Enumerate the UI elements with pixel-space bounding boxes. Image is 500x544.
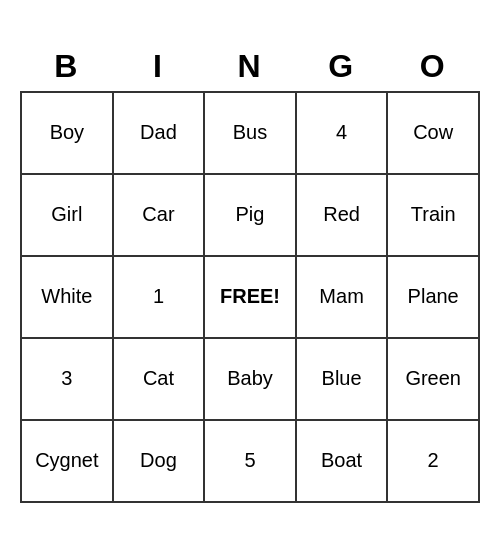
bingo-cell: Green xyxy=(387,338,479,420)
bingo-cell: Red xyxy=(296,174,388,256)
bingo-cell: 2 xyxy=(387,420,479,502)
table-row: BoyDadBus4Cow xyxy=(21,92,479,174)
bingo-body: BoyDadBus4CowGirlCarPigRedTrainWhite1FRE… xyxy=(21,92,479,502)
bingo-cell: Train xyxy=(387,174,479,256)
bingo-cell: Mam xyxy=(296,256,388,338)
bingo-cell: Boat xyxy=(296,420,388,502)
bingo-cell: 5 xyxy=(204,420,296,502)
bingo-cell: Cygnet xyxy=(21,420,113,502)
header-o: O xyxy=(387,42,479,92)
bingo-card: B I N G O BoyDadBus4CowGirlCarPigRedTrai… xyxy=(20,42,480,503)
bingo-cell: Pig xyxy=(204,174,296,256)
bingo-cell: Cat xyxy=(113,338,204,420)
bingo-cell: 3 xyxy=(21,338,113,420)
bingo-cell: Boy xyxy=(21,92,113,174)
bingo-cell: Bus xyxy=(204,92,296,174)
bingo-cell: 1 xyxy=(113,256,204,338)
table-row: GirlCarPigRedTrain xyxy=(21,174,479,256)
table-row: CygnetDog5Boat2 xyxy=(21,420,479,502)
bingo-cell: Plane xyxy=(387,256,479,338)
bingo-header-row: B I N G O xyxy=(21,42,479,92)
table-row: 3CatBabyBlueGreen xyxy=(21,338,479,420)
table-row: White1FREE!MamPlane xyxy=(21,256,479,338)
header-n: N xyxy=(204,42,296,92)
bingo-cell: Dad xyxy=(113,92,204,174)
bingo-cell: Dog xyxy=(113,420,204,502)
header-i: I xyxy=(113,42,204,92)
header-b: B xyxy=(21,42,113,92)
bingo-cell: 4 xyxy=(296,92,388,174)
bingo-cell: White xyxy=(21,256,113,338)
bingo-cell: Girl xyxy=(21,174,113,256)
header-g: G xyxy=(296,42,388,92)
bingo-cell: Blue xyxy=(296,338,388,420)
bingo-cell: Cow xyxy=(387,92,479,174)
bingo-cell: Car xyxy=(113,174,204,256)
bingo-cell: FREE! xyxy=(204,256,296,338)
bingo-cell: Baby xyxy=(204,338,296,420)
